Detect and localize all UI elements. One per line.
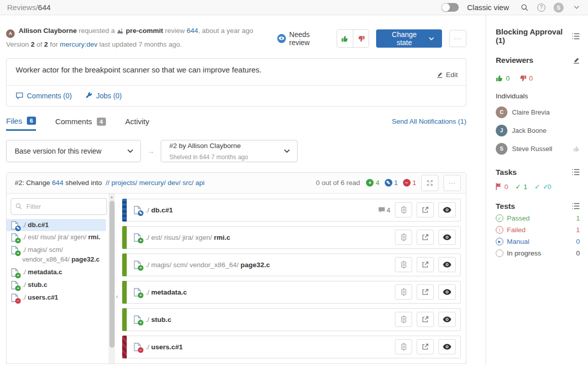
jobs-link[interactable]: Jobs (0)	[85, 92, 122, 100]
inline-diff-button[interactable]	[395, 202, 412, 217]
inline-diff-button[interactable]	[395, 284, 412, 300]
main-content: A Allison Clayborne requested a pre-comm…	[0, 15, 486, 365]
file-add-icon: +	[133, 233, 141, 242]
inline-diff-button[interactable]	[395, 257, 412, 272]
tab-bar: Files 6 Comments 4 Activity Send All Not…	[6, 117, 466, 131]
tree-collapse-handle[interactable]: ‹	[116, 293, 118, 300]
filter-input[interactable]	[11, 198, 107, 215]
tests-manual-row: ▶ Manual 0	[496, 238, 580, 245]
list-menu-icon[interactable]	[572, 33, 580, 40]
base-version-select[interactable]: Base version for this review	[6, 140, 141, 162]
blocking-approval-title: Blocking Approval (1)	[496, 27, 572, 45]
author-avatar: A	[6, 29, 15, 38]
file-delete-icon: −	[133, 343, 141, 351]
reviewer-name: Jack Boone	[512, 127, 546, 134]
avatar: C	[496, 106, 507, 118]
open-file-button[interactable]	[417, 339, 434, 354]
tree-item-users[interactable]: − ./ users.c#1	[7, 291, 106, 304]
expand-inline-icon	[400, 343, 408, 351]
reviewer-jack[interactable]: J Jack Boone	[496, 125, 580, 136]
file-comments-count[interactable]: 4	[378, 206, 390, 214]
reviewer-steve[interactable]: S Steve Russell	[496, 143, 580, 155]
open-file-button[interactable]	[417, 284, 434, 300]
change-state-button[interactable]: Change state	[376, 29, 442, 48]
author-name[interactable]: Allison Clayborne	[19, 27, 77, 34]
mark-read-button[interactable]	[438, 230, 456, 245]
review-id-link[interactable]: 644	[187, 27, 198, 34]
mark-read-button[interactable]	[438, 284, 456, 300]
comments-link[interactable]: Comments (0)	[16, 92, 72, 100]
target-version-title: #2 by Allison Clayborne	[169, 142, 241, 150]
mark-read-button[interactable]	[438, 339, 456, 354]
inline-diff-button[interactable]	[395, 339, 412, 354]
send-notifications-link[interactable]: Send All Notifications (1)	[392, 118, 466, 129]
reviewer-claire[interactable]: C Claire Brevia	[496, 106, 580, 118]
user-avatar[interactable]: S	[554, 3, 564, 13]
edit-icon: ✎	[385, 179, 392, 187]
tasks-menu-icon[interactable]	[572, 169, 580, 175]
inline-diff-button[interactable]	[395, 312, 412, 327]
thumbs-down-icon	[519, 75, 527, 82]
in-progress-count: 0	[576, 249, 580, 257]
blocking-approval-section: Blocking Approval (1)	[496, 27, 580, 45]
requested-text: requested a	[79, 27, 115, 34]
tree-item-rmi[interactable]: + ./ est/ risus/ jira/ xgen/ rmi.	[7, 231, 106, 244]
reviewers-section-header: Reviewers	[496, 56, 580, 64]
tests-menu-icon[interactable]	[572, 203, 580, 209]
tree-item-stub[interactable]: + ./ stub.c	[7, 279, 106, 291]
file-add-icon: +	[133, 315, 141, 324]
tab-files[interactable]: Files 6	[6, 117, 36, 131]
review-actions: Needs review Change state ···	[277, 29, 466, 48]
inline-diff-button[interactable]	[395, 230, 412, 245]
thumbs-down-button[interactable]	[353, 30, 369, 47]
classic-view-toggle[interactable]	[442, 3, 459, 12]
add-change-bar	[122, 281, 127, 304]
fullscreen-button[interactable]	[421, 175, 438, 191]
tab-activity[interactable]: Activity	[125, 117, 150, 130]
scrollbar-thumb[interactable]	[109, 201, 115, 348]
open-in-new-icon	[422, 288, 429, 296]
open-file-button[interactable]	[417, 230, 434, 245]
chevron-down-icon	[119, 149, 133, 153]
tree-item-page32[interactable]: + ./ magis/ scm/ vendor_x86_64/ page32.c	[7, 244, 106, 266]
version-total: 2	[44, 41, 48, 48]
files-more-button[interactable]: ···	[444, 175, 461, 191]
tree-item-db[interactable]: ✎ ./ db.c#1	[7, 219, 106, 232]
mark-read-button[interactable]	[438, 257, 456, 272]
help-icon[interactable]: ?	[537, 4, 545, 12]
open-file-button[interactable]	[417, 257, 434, 272]
branch-link[interactable]: mercury:dev	[60, 41, 97, 48]
thumbs-up-button[interactable]	[337, 30, 353, 47]
file-row-card[interactable]: + ./ metadata.c	[127, 281, 461, 304]
target-version-select[interactable]: #2 by Allison Clayborne Shelved in 644 7…	[161, 140, 298, 162]
change-path-links[interactable]: // projects/ mercury/ dev/ src/ api	[105, 179, 204, 187]
edit-description-link[interactable]: Edit	[436, 65, 458, 84]
file-add-icon: +	[133, 261, 141, 269]
file-row-card[interactable]: + ./ stub.c	[127, 308, 461, 331]
scroll-up-arrow-icon[interactable]: ▲	[108, 194, 115, 199]
open-file-button[interactable]	[417, 312, 434, 327]
user-menu-chevron-icon[interactable]	[572, 3, 581, 12]
file-row-card[interactable]: + ./ magis/ scm/ vendor_x86_64/ page32.c	[127, 253, 461, 276]
review-more-button[interactable]: ···	[449, 30, 466, 47]
open-file-button[interactable]	[417, 202, 434, 217]
search-icon[interactable]	[520, 3, 529, 12]
passed-count: 1	[576, 214, 580, 222]
change-id-link[interactable]: 644	[52, 179, 64, 187]
edit-reviewers-icon[interactable]	[573, 57, 580, 64]
tree-scrollbar[interactable]: ▲	[108, 194, 115, 364]
mark-read-button[interactable]	[438, 312, 456, 327]
expand-inline-icon	[400, 206, 408, 214]
file-add-icon: +	[11, 233, 19, 242]
file-row-card[interactable]: + ./ est/ risus/ jira/ xgen/ rmi.c	[127, 226, 461, 249]
expand-inline-icon	[400, 261, 408, 269]
breadcrumb-reviews-link[interactable]: Reviews/	[7, 3, 38, 12]
change-prefix: #2: Change	[15, 179, 50, 187]
tab-comments[interactable]: Comments 4	[55, 117, 106, 130]
tree-item-metadata[interactable]: + ./ metadata.c	[7, 266, 106, 279]
file-row-card[interactable]: − ./ users.c#1	[127, 336, 461, 358]
file-row-card[interactable]: ✎ ./ db.c#1 4	[127, 199, 461, 222]
tab-activity-label: Activity	[125, 117, 150, 126]
mark-read-button[interactable]	[438, 202, 456, 217]
manual-label: Manual	[507, 238, 529, 245]
